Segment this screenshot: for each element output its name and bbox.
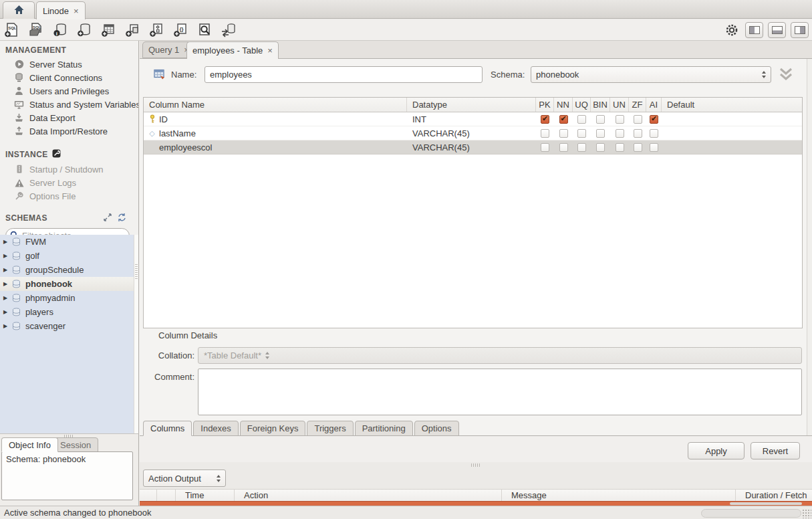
schema-list-item[interactable]: ▶ golf <box>0 249 134 263</box>
search-objects-icon[interactable] <box>196 21 213 39</box>
schema-list-item[interactable]: ▶ phpmyadmin <box>0 291 134 305</box>
pk-checkbox[interactable] <box>541 143 549 152</box>
schema-list-item[interactable]: ▶ players <box>0 305 134 319</box>
table-name-input[interactable] <box>205 66 483 83</box>
schema-list-item[interactable]: ▶ groupSchedule <box>0 263 134 277</box>
nn-checkbox[interactable] <box>559 115 568 124</box>
zf-checkbox[interactable] <box>634 115 642 124</box>
uq-checkbox[interactable] <box>577 115 586 124</box>
sidebar-item-client-connections[interactable]: Client Connections <box>0 71 138 84</box>
nn-checkbox[interactable] <box>559 143 568 152</box>
editor-scrollbar[interactable] <box>807 59 812 461</box>
un-checkbox[interactable] <box>616 115 624 124</box>
expander-icon[interactable]: ▶ <box>3 295 9 301</box>
open-sql-script-icon[interactable]: SQL <box>27 21 45 39</box>
close-icon[interactable]: × <box>74 7 79 15</box>
new-sql-tab-icon[interactable]: SQL <box>3 21 21 39</box>
sidebar-item-users-privileges[interactable]: Users and Privileges <box>0 84 138 98</box>
expander-icon[interactable]: ▶ <box>3 281 9 287</box>
create-view-icon[interactable] <box>124 21 141 39</box>
toolbar-right-group <box>723 21 809 39</box>
sidebar-item-system-variables[interactable]: Status and System Variables <box>0 98 138 111</box>
nn-checkbox[interactable] <box>559 129 568 138</box>
column-row[interactable]: ◇ employeescol VARCHAR(45) <box>144 140 802 154</box>
apply-button[interactable]: Apply <box>688 442 745 459</box>
toggle-right-panel-button[interactable] <box>791 22 809 38</box>
refresh-schemas-icon[interactable] <box>118 213 126 223</box>
collapse-header-chevron-icon[interactable] <box>777 67 795 82</box>
un-checkbox[interactable] <box>616 143 624 152</box>
reconnect-dbms-icon[interactable] <box>220 21 237 39</box>
create-table-icon[interactable] <box>100 21 117 39</box>
toggle-left-panel-button[interactable] <box>745 22 763 38</box>
comment-textarea[interactable] <box>198 369 802 415</box>
ai-checkbox[interactable] <box>650 143 658 152</box>
bin-checkbox[interactable] <box>596 143 605 152</box>
editor-section-tab[interactable]: Triggers <box>307 421 353 436</box>
ai-checkbox[interactable] <box>650 115 658 124</box>
sidebar-item-startup-shutdown[interactable]: Startup / Shutdown <box>0 163 138 176</box>
editor-section-tab[interactable]: Columns <box>143 421 192 436</box>
connection-tab-label: Linode <box>43 6 69 16</box>
schema-label: Schema: <box>491 70 525 80</box>
pk-checkbox[interactable] <box>541 129 549 138</box>
collation-select[interactable]: *Table Default* <box>198 347 802 364</box>
column-row[interactable]: ◇ ID INT <box>144 112 802 126</box>
home-tab[interactable] <box>3 1 35 19</box>
revert-button[interactable]: Revert <box>751 442 800 459</box>
schema-list-item[interactable]: ▶ phonebook <box>0 277 134 291</box>
zf-checkbox[interactable] <box>634 143 642 152</box>
create-schema-icon[interactable] <box>76 21 93 39</box>
un-checkbox[interactable] <box>616 129 624 138</box>
scrollbar-thumb[interactable] <box>730 502 802 505</box>
expander-icon[interactable]: ▶ <box>3 239 9 245</box>
output-type-select[interactable]: Action Output <box>143 470 226 487</box>
uq-checkbox[interactable] <box>577 129 586 138</box>
sidebar-item-data-import[interactable]: Data Import/Restore <box>0 124 138 138</box>
output-horizontal-scrollbar[interactable] <box>140 501 812 506</box>
expand-schemas-icon[interactable] <box>104 213 112 223</box>
splitter-grip[interactable] <box>471 463 481 467</box>
management-section-title: MANAGEMENT <box>0 41 138 58</box>
preferences-gear-icon[interactable] <box>723 21 740 39</box>
expander-icon[interactable]: ▶ <box>3 267 9 273</box>
sidebar-item-server-logs[interactable]: Server Logs <box>0 176 138 189</box>
schema-select[interactable]: phonebook <box>531 66 771 83</box>
data-import-icon <box>14 126 24 136</box>
uq-checkbox[interactable] <box>577 143 586 152</box>
editor-section-tab[interactable]: Indexes <box>193 421 239 436</box>
zf-checkbox[interactable] <box>634 129 642 138</box>
create-function-icon[interactable]: {} <box>172 21 189 39</box>
editor-section-tab[interactable]: Foreign Keys <box>240 421 306 436</box>
bin-checkbox[interactable] <box>596 129 605 138</box>
expander-icon[interactable]: ▶ <box>3 253 9 259</box>
schema-list-item[interactable]: ▶ FWM <box>0 235 134 249</box>
sidebar-item-data-export[interactable]: Data Export <box>0 111 138 124</box>
ai-checkbox[interactable] <box>650 129 658 138</box>
sidebar-scrollbar[interactable] <box>134 235 138 433</box>
connection-tab-linode[interactable]: Linode × <box>36 1 86 19</box>
sidebar-item-server-status[interactable]: Server Status <box>0 58 138 71</box>
schema-list-item[interactable]: ▶ scavenger <box>0 319 134 333</box>
editor-tab-employees-table[interactable]: employees - Table × <box>186 41 279 59</box>
header-default: Default <box>662 98 802 112</box>
expander-icon[interactable]: ▶ <box>3 323 9 329</box>
spinner-arrows-icon[interactable] <box>213 475 221 482</box>
object-info-panel: Object Info Session Schema: phonebook <box>0 433 139 506</box>
sidebar-item-options-file[interactable]: Options File <box>0 189 138 203</box>
editor-section-tab[interactable]: Partitioning <box>355 421 413 436</box>
editor-section-tab[interactable]: Options <box>414 421 459 436</box>
inspect-database-icon[interactable]: i <box>51 21 69 39</box>
spinner-arrows-icon[interactable] <box>758 71 766 78</box>
column-row[interactable]: ◇ lastName VARCHAR(45) <box>144 126 802 140</box>
toggle-bottom-panel-button[interactable] <box>768 22 786 38</box>
close-icon[interactable]: × <box>267 46 273 55</box>
column-datatype: INT <box>412 114 426 124</box>
tab-session[interactable]: Session <box>53 437 98 452</box>
pk-checkbox[interactable] <box>541 115 549 124</box>
tab-object-info[interactable]: Object Info <box>1 437 58 452</box>
bin-checkbox[interactable] <box>596 115 605 124</box>
create-procedure-icon[interactable] <box>148 21 165 39</box>
resize-grip-icon[interactable] <box>802 509 811 518</box>
expander-icon[interactable]: ▶ <box>3 309 9 315</box>
